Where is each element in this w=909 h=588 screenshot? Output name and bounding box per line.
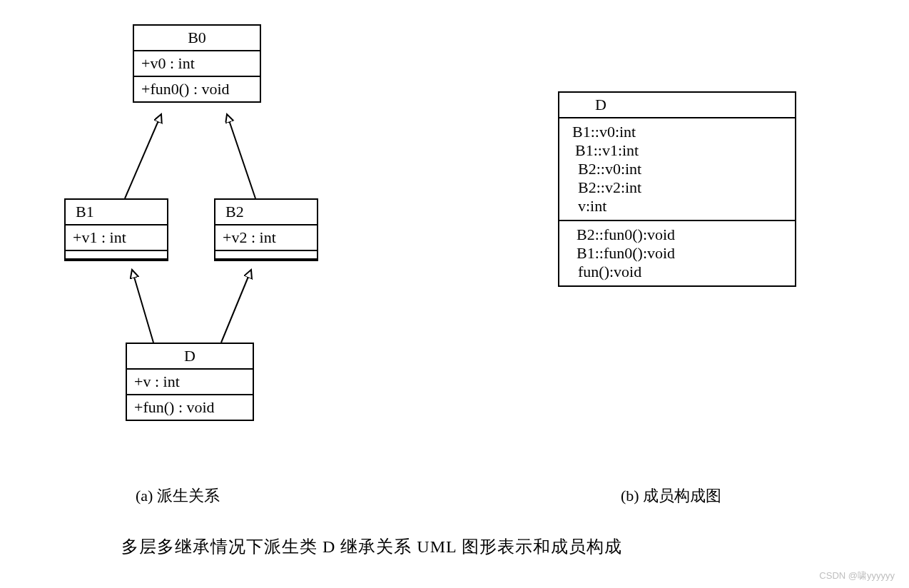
arrow-B2-to-B0 — [227, 114, 255, 198]
op-row: B1::fun0():void — [572, 244, 782, 263]
class-op: +fun() : void — [127, 395, 253, 420]
empty-op-row — [66, 251, 167, 260]
class-attr: +v2 : int — [215, 225, 317, 251]
attr-row: v:int — [572, 197, 782, 216]
watermark: CSDN @啸yyyyyy — [819, 569, 895, 582]
caption-a: (a) 派生关系 — [136, 485, 220, 507]
empty-op-row — [215, 251, 317, 260]
op-row: fun():void — [572, 263, 782, 281]
class-name: B1 — [66, 200, 167, 225]
arrow-B1-to-B0 — [125, 114, 161, 198]
uml-class-D-members: D B1::v0:int B1::v1:int B2::v0:int B2::v… — [558, 91, 796, 287]
uml-class-D: D +v : int +fun() : void — [126, 343, 254, 421]
caption-b: (b) 成员构成图 — [621, 485, 721, 507]
attrs-compartment: B1::v0:int B1::v1:int B2::v0:int B2::v2:… — [559, 118, 795, 221]
uml-class-B1: B1 +v1 : int — [64, 198, 168, 261]
class-name: D — [127, 344, 253, 370]
class-name: D — [559, 93, 795, 118]
class-name: B0 — [134, 26, 260, 51]
attr-row: B2::v0:int — [572, 160, 782, 178]
attr-row: B2::v2:int — [572, 178, 782, 197]
ops-compartment: B2::fun0():void B1::fun0():void fun():vo… — [559, 221, 795, 285]
arrow-D-to-B1 — [132, 270, 153, 343]
class-attr: +v0 : int — [134, 51, 260, 77]
class-attr: +v1 : int — [66, 225, 167, 251]
class-name: B2 — [215, 200, 317, 225]
class-op: +fun0() : void — [134, 77, 260, 101]
uml-class-B2: B2 +v2 : int — [214, 198, 318, 261]
uml-class-B0: B0 +v0 : int +fun0() : void — [133, 24, 261, 103]
class-attr: +v : int — [127, 370, 253, 395]
arrow-D-to-B2 — [221, 270, 251, 343]
attr-row: B1::v1:int — [572, 141, 782, 160]
main-caption: 多层多继承情况下派生类 D 继承关系 UML 图形表示和成员构成 — [121, 535, 622, 558]
op-row: B2::fun0():void — [572, 225, 782, 244]
attr-row: B1::v0:int — [572, 123, 782, 141]
